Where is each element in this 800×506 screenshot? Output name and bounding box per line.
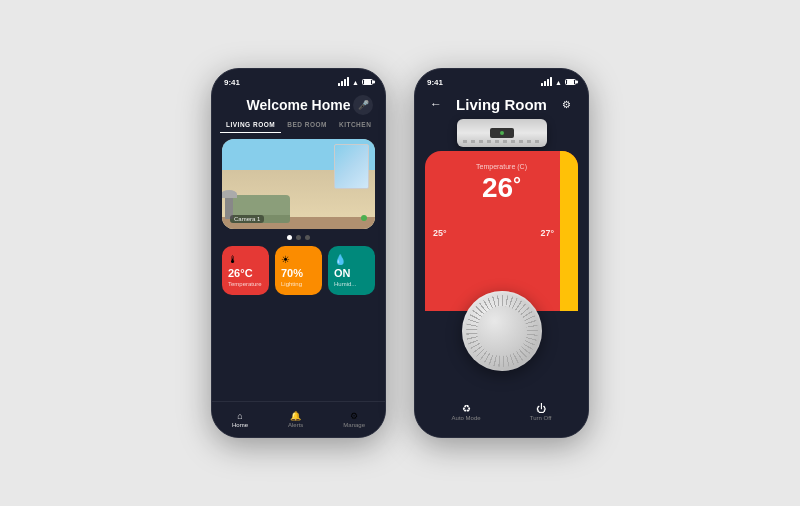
- thermostat-dial[interactable]: [462, 291, 542, 371]
- auto-mode-icon: ♻: [462, 403, 471, 414]
- dot-1: [287, 235, 292, 240]
- turn-off-button[interactable]: ⏻ Turn Off: [530, 403, 552, 431]
- dial-center: [477, 306, 527, 356]
- thermostat-value: 26: [482, 174, 513, 202]
- tab-living-room[interactable]: LIVING ROOM: [220, 117, 281, 133]
- camera-card[interactable]: Camera 1: [222, 139, 375, 229]
- ac-status-dot: [500, 131, 504, 135]
- status-time-1: 9:41: [224, 78, 240, 87]
- settings-gear-icon: ⚙: [562, 99, 571, 110]
- turn-off-label: Turn Off: [530, 415, 552, 421]
- stats-row: 🌡 26°C Temperature ☀ 70% Lighting 💧 ON H…: [212, 246, 385, 295]
- nav-alerts-label: Alerts: [288, 422, 303, 428]
- thermostat-bg: Temperature (C) 26 ° 25° 27°: [425, 151, 578, 311]
- nav-home[interactable]: ⌂ Home: [232, 411, 248, 428]
- thermostat-degree: °: [513, 174, 521, 194]
- temp-icon: 🌡: [228, 254, 263, 265]
- light-label: Lighting: [281, 281, 316, 287]
- temp-label: Temperature: [228, 281, 263, 287]
- left-temp: 25°: [433, 222, 447, 240]
- temp-value: 26°C: [228, 268, 263, 279]
- back-arrow-icon: ←: [430, 97, 442, 111]
- temp-label-display: Temperature (C): [476, 163, 527, 170]
- nav-home-label: Home: [232, 422, 248, 428]
- dot-3: [305, 235, 310, 240]
- status-icons-1: ▲: [338, 78, 373, 86]
- humid-value: ON: [334, 268, 369, 279]
- nav-alerts[interactable]: 🔔 Alerts: [288, 411, 303, 428]
- dot-2: [296, 235, 301, 240]
- phone2-header: ← Living Room ⚙: [415, 91, 588, 117]
- battery-icon-2: [565, 79, 576, 85]
- mic-icon: 🎤: [358, 100, 369, 110]
- stat-humidity[interactable]: 💧 ON Humid...: [328, 246, 375, 295]
- battery-icon: [362, 79, 373, 85]
- nav-manage[interactable]: ⚙ Manage: [343, 411, 365, 428]
- camera-label: Camera 1: [230, 215, 264, 223]
- ac-vents: [463, 140, 541, 143]
- stat-temperature[interactable]: 🌡 26°C Temperature: [222, 246, 269, 295]
- signal-icon-2: [541, 78, 552, 86]
- phone2-title: Living Room: [456, 96, 547, 113]
- room-window: [334, 144, 369, 189]
- power-icon: ⏻: [536, 403, 546, 414]
- status-icons-2: ▲: [541, 78, 576, 86]
- auto-mode-label: Auto Mode: [452, 415, 481, 421]
- phone1-header: Welcome Home 🎤: [212, 91, 385, 117]
- mic-button[interactable]: 🎤: [353, 95, 373, 115]
- ac-unit-area: [415, 119, 588, 147]
- gear-nav-icon: ⚙: [350, 411, 358, 421]
- signal-icon: [338, 78, 349, 86]
- back-button[interactable]: ←: [427, 95, 445, 113]
- phone1-title: Welcome Home: [247, 97, 351, 113]
- carousel-dots: [212, 235, 385, 240]
- yellow-strip: [560, 151, 578, 311]
- temp-display: 26 °: [482, 174, 521, 202]
- bell-icon: 🔔: [290, 411, 301, 421]
- phone-1: 9:41 ▲ Welcome Home 🎤: [211, 68, 386, 438]
- light-icon: ☀: [281, 254, 316, 265]
- ac-display: [490, 128, 514, 138]
- auto-mode-button[interactable]: ♻ Auto Mode: [452, 403, 481, 431]
- right-temp: 27°: [540, 222, 554, 240]
- wifi-icon: ▲: [352, 79, 359, 86]
- nav-manage-label: Manage: [343, 422, 365, 428]
- phone-2: 9:41 ▲ ← Living Room ⚙: [414, 68, 589, 438]
- status-bar-1: 9:41 ▲: [212, 69, 385, 91]
- bottom-nav: ⌂ Home 🔔 Alerts ⚙ Manage: [212, 401, 385, 437]
- action-bar: ♻ Auto Mode ⏻ Turn Off: [415, 397, 588, 437]
- tab-kitchen[interactable]: KITCHEN: [333, 117, 377, 133]
- home-icon: ⌂: [237, 411, 242, 421]
- room-sofa: [230, 195, 290, 217]
- wifi-icon-2: ▲: [555, 79, 562, 86]
- humid-icon: 💧: [334, 254, 369, 265]
- settings-button[interactable]: ⚙: [558, 95, 576, 113]
- room-tabs: LIVING ROOM BED ROOM KITCHEN: [212, 117, 385, 133]
- stat-lighting[interactable]: ☀ 70% Lighting: [275, 246, 322, 295]
- status-time-2: 9:41: [427, 78, 443, 87]
- ac-unit: [457, 119, 547, 147]
- light-value: 70%: [281, 268, 316, 279]
- camera-status-dot: [361, 215, 367, 221]
- dial-wrapper: [415, 291, 588, 371]
- humid-label: Humid...: [334, 281, 369, 287]
- status-bar-2: 9:41 ▲: [415, 69, 588, 91]
- tab-bed-room[interactable]: BED ROOM: [281, 117, 333, 133]
